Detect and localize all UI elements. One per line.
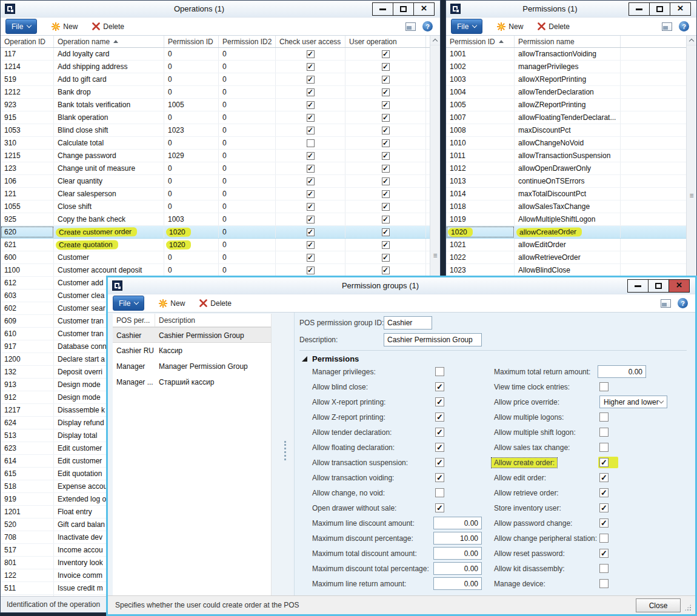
column-header[interactable]: Description: [155, 314, 272, 326]
checkbox[interactable]: ✓: [307, 114, 315, 122]
checkbox[interactable]: ✓: [307, 88, 315, 96]
column-header[interactable]: Check user access: [276, 36, 345, 47]
checkbox[interactable]: ✓: [307, 228, 315, 236]
checkbox[interactable]: ✓: [382, 267, 390, 274]
checkbox[interactable]: ✓: [599, 518, 609, 528]
checkbox[interactable]: ✓: [382, 254, 390, 262]
table-row[interactable]: 1010allowChangeNoVoid: [446, 137, 686, 150]
checkbox[interactable]: ✓: [382, 88, 390, 96]
table-row[interactable]: 1008maxDiscountPct: [446, 124, 686, 137]
close-button[interactable]: ×: [670, 2, 691, 16]
scroll-up-button[interactable]: [430, 36, 440, 45]
table-row[interactable]: 1212Bank drop00✓✓: [1, 86, 430, 99]
column-header[interactable]: POS per...: [113, 314, 155, 326]
amount-input[interactable]: [598, 365, 646, 378]
permissions-titlebar[interactable]: Permissions (1) ×: [446, 1, 696, 18]
layout-pane-icon[interactable]: [405, 22, 416, 31]
new-button[interactable]: New: [159, 299, 185, 308]
checkbox[interactable]: ✓: [382, 190, 390, 198]
list-item[interactable]: Cashier RUКассир: [113, 343, 271, 359]
resize-grip[interactable]: [684, 604, 692, 611]
new-button[interactable]: New: [52, 22, 78, 31]
minimize-button[interactable]: [372, 2, 393, 16]
checkbox[interactable]: ✓: [307, 152, 315, 160]
help-icon[interactable]: ?: [679, 21, 689, 31]
layout-pane-icon[interactable]: [661, 299, 671, 308]
help-icon[interactable]: ?: [678, 298, 688, 308]
table-row[interactable]: 1003allowXReportPrinting: [446, 73, 686, 86]
table-row[interactable]: 621Create quotation10200✓✓: [1, 239, 430, 251]
file-menu-button[interactable]: File: [113, 296, 144, 311]
checkbox[interactable]: [599, 443, 609, 452]
checkbox[interactable]: ✓: [307, 177, 315, 185]
table-row[interactable]: 1053Blind close shift10230✓✓: [1, 124, 430, 137]
permission-groups-titlebar[interactable]: Permission groups (1) ×: [108, 277, 695, 294]
table-row[interactable]: 106Clear quantity00✓✓: [1, 175, 430, 188]
checkbox[interactable]: ✓: [307, 101, 315, 109]
checkbox[interactable]: ✓: [307, 203, 315, 211]
file-menu-button[interactable]: File: [451, 19, 482, 34]
help-icon[interactable]: ?: [422, 21, 433, 31]
description-input[interactable]: [384, 333, 482, 346]
checkbox[interactable]: ✓: [599, 503, 609, 512]
table-row[interactable]: 1007allowFloatingTenderDeclarat...: [446, 111, 686, 124]
table-row[interactable]: 1019AllowMultipleShiftLogon: [446, 213, 686, 226]
column-header[interactable]: User operation: [345, 36, 426, 47]
table-row[interactable]: 519Add to gift card00✓✓: [1, 73, 430, 86]
operations-titlebar[interactable]: Operations (1) ×: [1, 1, 440, 18]
close-button[interactable]: ×: [669, 279, 690, 293]
delete-button[interactable]: Delete: [538, 22, 570, 31]
checkbox[interactable]: ✓: [382, 241, 390, 249]
maximize-button[interactable]: [648, 279, 669, 293]
table-row[interactable]: 1022allowRetrieveOrder: [446, 251, 686, 264]
checkbox[interactable]: [599, 564, 609, 573]
checkbox[interactable]: [599, 579, 609, 588]
checkbox[interactable]: [599, 412, 609, 422]
checkbox[interactable]: ✓: [382, 63, 390, 71]
group-id-input[interactable]: [384, 316, 432, 330]
checkbox[interactable]: ✓: [382, 101, 390, 109]
checkbox[interactable]: ✓: [307, 76, 315, 84]
checkbox[interactable]: ✓: [599, 549, 609, 558]
splitter-handle[interactable]: [284, 441, 286, 460]
checkbox[interactable]: ✓: [307, 216, 315, 224]
checkbox[interactable]: ✓: [307, 165, 315, 173]
table-row[interactable]: 1055Close shift00✓✓: [1, 200, 430, 213]
table-row[interactable]: 121Clear salesperson00✓✓: [1, 188, 430, 200]
checkbox[interactable]: ✓: [307, 241, 315, 249]
delete-button[interactable]: Delete: [199, 299, 232, 308]
table-row[interactable]: 1005allowZReportPrinting: [446, 99, 686, 111]
column-header[interactable]: Operation ID: [1, 36, 54, 47]
table-row[interactable]: 1012allowOpenDrawerOnly: [446, 162, 686, 175]
column-header[interactable]: Permission ID: [446, 36, 515, 47]
table-row[interactable]: 123Change unit of measure00✓✓: [1, 162, 430, 175]
checkbox[interactable]: ✓: [382, 216, 390, 224]
table-row[interactable]: 1001allowTransactionVoiding: [446, 48, 686, 61]
table-row[interactable]: 620Create customer order10200✓✓: [1, 226, 430, 239]
checkbox[interactable]: ✓: [599, 458, 609, 467]
column-header[interactable]: Permission ID: [164, 36, 219, 47]
layout-pane-icon[interactable]: [662, 22, 672, 31]
minimize-button[interactable]: [629, 2, 650, 16]
maximize-button[interactable]: [649, 2, 670, 16]
delete-button[interactable]: Delete: [92, 22, 124, 31]
table-row[interactable]: 1011allowTransactionSuspension: [446, 150, 686, 162]
new-button[interactable]: New: [497, 22, 523, 31]
list-item[interactable]: Manager ...Старший кассир: [113, 374, 271, 390]
close-button[interactable]: ×: [413, 2, 435, 16]
column-header[interactable]: Operation name: [54, 36, 164, 47]
checkbox[interactable]: ✓: [382, 139, 390, 147]
table-row[interactable]: 1002managerPrivileges: [446, 61, 686, 73]
checkbox[interactable]: [307, 139, 315, 147]
file-menu-button[interactable]: File: [5, 19, 37, 34]
table-row[interactable]: 310Calculate total00✓: [1, 137, 430, 150]
table-row[interactable]: 1023AllowBlindClose: [446, 264, 686, 277]
checkbox[interactable]: ✓: [382, 114, 390, 122]
checkbox[interactable]: ✓: [382, 127, 390, 134]
table-row[interactable]: 1014maxTotalDiscountPct: [446, 188, 686, 200]
scrollbar-thumb[interactable]: ≡: [430, 253, 440, 258]
checkbox[interactable]: ✓: [599, 488, 609, 497]
checkbox[interactable]: ✓: [307, 127, 315, 134]
table-row[interactable]: 925Copy the bank check10030✓✓: [1, 213, 430, 226]
scroll-up-button[interactable]: [687, 36, 696, 45]
